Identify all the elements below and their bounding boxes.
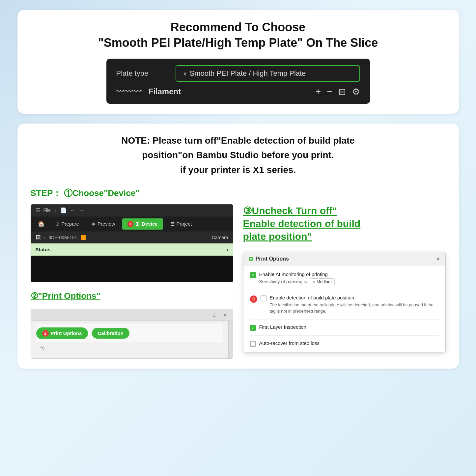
sensitivity-value: Medium [317,279,332,284]
print-options-button[interactable]: 2 Print Options [36,327,88,339]
preview-icon: ◈ [92,221,96,227]
device-chevron: › [44,235,45,240]
device-status-row[interactable]: Status › [31,243,233,256]
minimize-button[interactable]: − [201,311,208,319]
sensitivity-label: Sensitivity of pausing is [259,279,307,284]
dialog-titlebar: ⊞ Print Options × [243,252,445,266]
plate-option-text: Smooth PEI Plate / High Temp Plate [190,69,306,78]
filament-transfer-icon[interactable]: ⊟ [338,86,346,97]
build-plate-checkbox[interactable] [261,295,266,301]
step3-label: ③Uncheck Turn off" Enable detection of b… [243,204,446,243]
status-label: Status [36,247,51,252]
card-instructions: NOTE: Please turn off"Enable detection o… [17,124,459,369]
print-options-badge: 2 [42,330,49,337]
maximize-button[interactable]: □ [211,311,218,319]
device-label: Device [142,221,157,227]
card1-title: Recommend To Choose "Smooth PEI Plate/Hi… [31,20,446,51]
filament-actions: + − ⊟ ⚙ [316,86,360,97]
plate-dropdown[interactable]: ∨ Smooth PEI Plate / High Temp Plate [176,65,360,82]
device-icon: ⊞ [135,221,140,227]
dialog-close-button[interactable]: × [436,256,440,263]
step3-badge: 3 [250,295,257,303]
step2-label: ②"Print Options" [31,291,233,301]
card-plate-recommendation: Recommend To Choose "Smooth PEI Plate/Hi… [17,10,459,114]
ai-monitoring-checkbox[interactable]: ✓ [250,272,256,278]
close-button[interactable]: × [222,311,229,319]
chevron-icon: ∨ [183,70,187,77]
project-label: Project [177,221,192,227]
plate-type-label: Plate type [116,69,169,78]
step-right: ③Uncheck Turn off" Enable detection of b… [243,204,446,352]
build-plate-desc: The localization tag of the build plate … [270,302,439,315]
device-id-label: 3DP-00M-151 [49,235,77,240]
project-icon: ☰ [170,221,175,227]
nav-device[interactable]: 1 ⊞ Device [122,218,163,230]
hamburger-icon: ☰ [36,207,40,213]
sensitivity-dropdown[interactable]: ∨ Medium [310,278,335,285]
auto-recover-label: Auto-recover from step loss [259,340,439,346]
ai-monitoring-label: Enable AI monitoring of printing [259,271,439,277]
print-titlebar: − □ × [31,309,233,321]
device-thumb-icon: 🖼 [36,235,41,240]
step-header: STEP： ①Choose"Device" [31,188,140,198]
print-options-screenshot: − □ × 2 Print Options Calibration [31,309,233,359]
calibration-button[interactable]: Calibration [92,328,129,339]
dialog-title-text: Print Options [256,256,289,262]
auto-recover-content: Auto-recover from step loss [259,340,439,346]
plate-ui-screenshot: Plate type ∨ Smooth PEI Plate / High Tem… [106,59,370,104]
nav-project[interactable]: ☰ Project [165,218,197,230]
step-left: ☰ File ∨ 📄 ← → 🏠 ⊙ Prepare ◈ Preview [31,204,233,359]
note-text: NOTE: Please turn off"Enable detection o… [31,133,446,178]
status-chevron-icon: › [227,247,228,252]
camera-feed-area [31,256,233,282]
steps-grid: ☰ File ∨ 📄 ← → 🏠 ⊙ Prepare ◈ Preview [31,204,446,359]
preview-label: Preview [98,221,115,227]
temp-label: °C [36,343,223,353]
ai-monitoring-content: Enable AI monitoring of printing Sensiti… [259,271,439,285]
dialog-body: ✓ Enable AI monitoring of printing Sensi… [243,266,445,352]
topbar-chevron: ∨ [54,208,57,212]
option-ai-monitoring: ✓ Enable AI monitoring of printing Sensi… [250,271,439,290]
plate-type-row: Plate type ∨ Smooth PEI Plate / High Tem… [116,65,360,82]
remove-filament-icon[interactable]: − [327,86,332,97]
print-body: 2 Print Options Calibration [36,324,223,343]
first-layer-content: First Layer Inspection [259,324,439,330]
option-first-layer: ✓ First Layer Inspection [250,324,439,336]
forward-icon[interactable]: → [79,207,84,213]
nav-prepare[interactable]: ⊙ Prepare [50,218,84,230]
page-icon: 📄 [60,207,67,213]
device-info-row: 🖼 › 3DP-00M-151 📶 Camera [31,232,233,243]
dialog-title-bar: ⊞ Print Options [249,256,289,262]
build-plate-label: Enable detection of build plate position [270,295,439,300]
dialog-logo-icon: ⊞ [249,256,253,262]
first-layer-checkbox[interactable]: ✓ [250,325,256,331]
wifi-icon: 📶 [81,235,86,240]
first-layer-label: First Layer Inspection [259,324,439,330]
add-filament-icon[interactable]: + [316,86,321,97]
scrollbar[interactable] [228,321,233,358]
calibration-label: Calibration [98,330,124,336]
option-auto-recover: Auto-recover from step loss [250,340,439,347]
device-badge: 1 [127,221,133,227]
auto-recover-checkbox[interactable] [250,341,256,347]
chevron-down-icon: ∨ [313,280,315,284]
camera-label: Camera [212,235,228,240]
option-build-plate: 3 Enable detection of build plate positi… [250,295,439,320]
device-screenshot: ☰ File ∨ 📄 ← → 🏠 ⊙ Prepare ◈ Preview [31,204,233,282]
filament-icon: 〰〰〰 [116,87,142,97]
filament-settings-icon[interactable]: ⚙ [352,86,360,97]
prepare-icon: ⊙ [55,221,60,227]
prepare-label: Prepare [62,221,79,227]
file-menu-label[interactable]: File [43,208,51,213]
sensitivity-row: Sensitivity of pausing is ∨ Medium [259,278,439,285]
back-icon[interactable]: ← [70,207,75,213]
print-options-dialog: ⊞ Print Options × ✓ Enable AI monitoring… [243,252,446,352]
print-options-label: Print Options [51,330,82,336]
build-plate-content: Enable detection of build plate position… [270,295,439,315]
device-topbar: ☰ File ∨ 📄 ← → [31,205,233,216]
device-nav: 🏠 ⊙ Prepare ◈ Preview 1 ⊞ Device [31,216,233,232]
filament-row: 〰〰〰 Filament + − ⊟ ⚙ [116,86,360,97]
filament-label: Filament [149,87,309,96]
nav-preview[interactable]: ◈ Preview [86,218,120,230]
home-icon[interactable]: 🏠 [34,218,48,230]
